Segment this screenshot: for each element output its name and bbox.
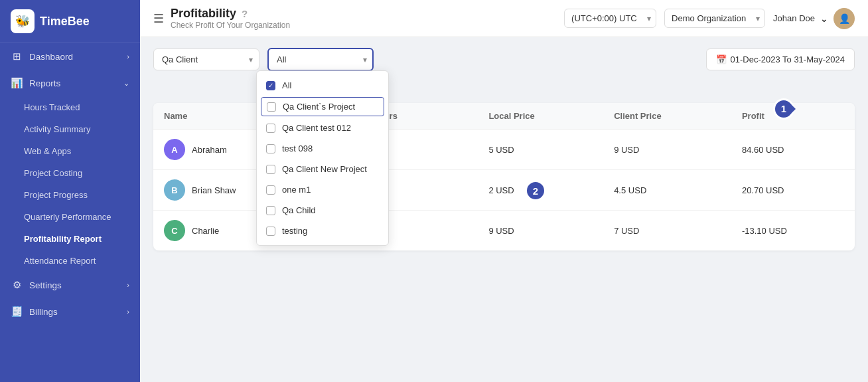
sidebar-label-project-costing: Project Costing <box>24 168 82 178</box>
dropdown-label-testing: testing <box>282 226 307 236</box>
tooltip-badge-1: 1 <box>773 98 794 120</box>
sidebar-label-project-progress: Project Progress <box>24 190 88 200</box>
project-filter[interactable]: All <box>267 48 374 71</box>
sidebar-logo: 🐝 TimeBee <box>0 0 140 43</box>
avatar: A <box>164 139 185 160</box>
filters-row: Qa Client All 1 📅 01-Dec-2023 To 31-May-… <box>153 48 855 71</box>
member-name: Brian Shaw <box>192 185 236 195</box>
org-selector[interactable]: Demo Organization <box>664 9 765 28</box>
badge-2: 2 <box>525 180 546 201</box>
avatar: B <box>164 179 185 201</box>
logo-text: TimeBee <box>40 15 90 29</box>
dropdown-label-qa-child: Qa Child <box>282 205 316 215</box>
org-select[interactable]: Demo Organization <box>664 9 765 28</box>
checkbox-testing[interactable] <box>266 227 275 236</box>
cell-profit: 84.60 USD <box>731 130 855 170</box>
sidebar-label-activity-summary: Activity Summary <box>24 124 90 134</box>
chevron-reports-icon: ⌄ <box>123 79 129 88</box>
billings-icon: 🧾 <box>11 306 23 318</box>
sidebar-item-attendance-report[interactable]: Attendance Report <box>0 250 140 272</box>
dropdown-label-qa-client-test: Qa Client test 012 <box>282 123 351 133</box>
menu-icon[interactable]: ☰ <box>153 11 164 26</box>
reports-icon: 📊 <box>11 77 23 89</box>
client-filter[interactable]: Qa Client <box>153 48 259 70</box>
date-range-button[interactable]: 📅 01-Dec-2023 To 31-May-2024 <box>706 48 855 70</box>
checkbox-qa-client-test[interactable] <box>266 124 275 133</box>
calendar-icon: 📅 <box>716 54 727 64</box>
chevron-billings-icon: › <box>127 308 129 316</box>
badge-1: 1 <box>773 98 794 120</box>
checkbox-qa-client-project[interactable] <box>267 102 276 112</box>
dropdown-item-qa-client-test[interactable]: Qa Client test 012 <box>257 118 388 138</box>
page-content: Qa Client All 1 📅 01-Dec-2023 To 31-May-… <box>140 37 868 382</box>
checkbox-all[interactable]: ✓ <box>266 81 275 90</box>
dropdown-label-test-098: test 098 <box>282 143 313 153</box>
dropdown-item-testing[interactable]: testing <box>257 221 388 241</box>
dropdown-item-one-m1[interactable]: one m1 <box>257 179 388 200</box>
sidebar-item-dashboard[interactable]: ⊞ Dashbaord › <box>0 43 140 70</box>
project-dropdown: ✓ All Qa Client`s Project Qa Client test… <box>256 70 389 246</box>
topbar-right: (UTC+0:00) UTC Demo Organization Johan D… <box>564 8 855 29</box>
dropdown-item-qa-new-project[interactable]: Qa Client New Project <box>257 159 388 179</box>
dropdown-item-test-098[interactable]: test 098 <box>257 138 388 159</box>
cell-profit: -13.10 USD <box>731 211 855 251</box>
user-chevron-icon: ⌄ <box>820 13 828 24</box>
page-title: Profitability ? <box>171 7 557 21</box>
sidebar-item-activity-summary[interactable]: Activity Summary <box>0 118 140 140</box>
dropdown-label-qa-new-project: Qa Client New Project <box>282 164 367 174</box>
dropdown-label-one-m1: one m1 <box>282 185 311 195</box>
cell-local-price: 9 USD <box>478 211 603 251</box>
tooltip-badge-2: 2 <box>525 180 868 201</box>
page-subtitle: Check Profit Of Your Organization <box>171 21 557 30</box>
topbar: ☰ Profitability ? Check Profit Of Your O… <box>140 0 868 37</box>
timezone-select[interactable]: (UTC+0:00) UTC <box>564 9 656 28</box>
main-content: ☰ Profitability ? Check Profit Of Your O… <box>140 0 868 382</box>
user-name: Johan Doe <box>773 13 815 23</box>
sidebar-label-hours-tracked: Hours Tracked <box>24 102 80 112</box>
sidebar-item-web-apps[interactable]: Web & Apps <box>0 140 140 162</box>
cell-client-price: 9 USD <box>603 130 731 170</box>
dropdown-item-qa-client-project[interactable]: Qa Client`s Project <box>261 97 384 116</box>
checkbox-qa-child[interactable] <box>266 206 275 215</box>
settings-icon: ⚙ <box>11 279 23 291</box>
help-icon[interactable]: ? <box>242 8 248 19</box>
sidebar-item-reports[interactable]: 📊 Reports ⌄ <box>0 70 140 96</box>
sidebar-label-dashboard: Dashbaord <box>29 52 73 62</box>
sidebar-label-quarterly-performance: Quarterly Performance <box>24 212 111 222</box>
sidebar-item-project-costing[interactable]: Project Costing <box>0 162 140 184</box>
sidebar-item-quarterly-performance[interactable]: Quarterly Performance <box>0 206 140 228</box>
checkbox-test-098[interactable] <box>266 144 275 153</box>
sidebar-item-hours-tracked[interactable]: Hours Tracked <box>0 96 140 118</box>
checkbox-one-m1[interactable] <box>266 185 275 195</box>
project-select[interactable]: All <box>267 48 374 71</box>
col-local-price: Local Price <box>478 103 603 130</box>
dropdown-label-all: All <box>282 80 291 90</box>
sidebar-label-billings: Billings <box>29 307 58 317</box>
chevron-settings-icon: › <box>127 281 129 289</box>
dropdown-item-all[interactable]: ✓ All <box>257 75 388 96</box>
grid-icon: ⊞ <box>11 50 23 62</box>
timezone-selector[interactable]: (UTC+0:00) UTC <box>564 9 656 28</box>
chevron-icon: › <box>127 52 129 60</box>
sidebar-label-attendance-report: Attendance Report <box>24 256 96 266</box>
sidebar-label-settings: Settings <box>29 280 62 290</box>
sidebar-item-billings[interactable]: 🧾 Billings › <box>0 298 140 325</box>
dropdown-item-qa-child[interactable]: Qa Child <box>257 200 388 221</box>
cell-client-price: 7 USD <box>603 211 731 251</box>
col-client-price: Client Price <box>603 103 731 130</box>
sidebar-nav: ⊞ Dashbaord › 📊 Reports ⌄ Hours Tracked … <box>0 43 140 325</box>
user-info[interactable]: Johan Doe ⌄ 👤 <box>773 8 855 29</box>
member-name: Abraham <box>192 145 227 155</box>
member-name: Charlie <box>192 226 219 236</box>
sidebar-item-profitability-report[interactable]: Profitability Report <box>0 228 140 250</box>
sidebar-label-reports: Reports <box>29 78 60 88</box>
sidebar-item-settings[interactable]: ⚙ Settings › <box>0 272 140 298</box>
checkbox-qa-new-project[interactable] <box>266 165 275 174</box>
sidebar-item-project-progress[interactable]: Project Progress <box>0 184 140 206</box>
cell-local-price: 5 USD <box>478 130 603 170</box>
logo-icon: 🐝 <box>11 9 35 33</box>
user-avatar: 👤 <box>833 8 855 29</box>
date-range-text: 01-Dec-2023 To 31-May-2024 <box>731 54 845 64</box>
sidebar: 🐝 TimeBee ⊞ Dashbaord › 📊 Reports ⌄ Hour… <box>0 0 140 382</box>
client-select[interactable]: Qa Client <box>153 48 259 70</box>
